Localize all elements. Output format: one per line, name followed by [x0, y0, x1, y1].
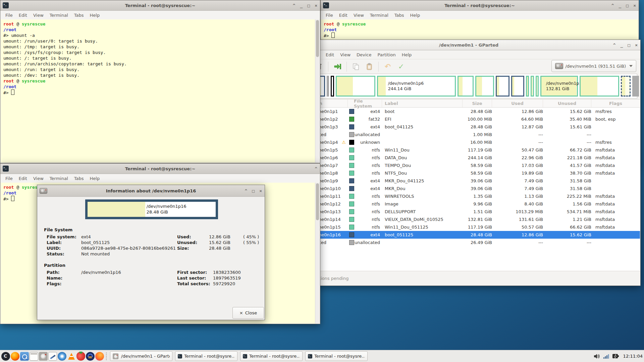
maximize-icon[interactable]: □: [628, 43, 630, 47]
partition-block-nvme0n1p8[interactable]: [475, 76, 494, 97]
menu-item-terminal[interactable]: Terminal: [47, 13, 71, 18]
taskbar-window-button[interactable]: /dev/nvme0n1 - GParted: [110, 351, 172, 361]
rollup-icon[interactable]: ^: [245, 189, 248, 193]
menu-item-view[interactable]: View: [351, 13, 367, 18]
column-header-used[interactable]: Used: [492, 100, 543, 107]
swirl-launcher-icon[interactable]: [58, 352, 66, 361]
table-row[interactable]: /dev/nvme0n1p3ext4boot_04112528.48 GiB12…: [298, 123, 640, 131]
network-signal-icon[interactable]: [603, 354, 609, 359]
menu-item-edit[interactable]: Edit: [323, 52, 337, 57]
minimize-icon[interactable]: _: [621, 43, 623, 47]
device-selector[interactable]: /dev/nvme0n1 (931.51 GiB): [551, 60, 636, 72]
menu-item-help[interactable]: Help: [87, 176, 103, 181]
menu-item-terminal[interactable]: Terminal: [367, 13, 391, 18]
audacity-launcher-icon[interactable]: [86, 352, 95, 361]
menu-item-view[interactable]: View: [337, 52, 354, 57]
titlebar[interactable]: Terminal - root@sysrescue:~ ^ _ □ ×: [321, 0, 639, 11]
maximize-icon[interactable]: □: [626, 3, 629, 8]
rollup-icon[interactable]: ^: [613, 43, 616, 47]
partition-block-nvme0n1p4[interactable]: [331, 76, 334, 97]
rollup-icon[interactable]: ^: [315, 167, 317, 171]
menu-item-edit[interactable]: Edit: [16, 176, 30, 181]
maximize-icon[interactable]: □: [252, 189, 255, 193]
apply-icon[interactable]: ✓: [397, 62, 406, 71]
menu-item-tabs[interactable]: Tabs: [71, 176, 87, 181]
scrollbar[interactable]: [315, 19, 320, 163]
copy-icon[interactable]: [352, 62, 360, 71]
table-row[interactable]: /dev/nvme0n1p14ntfsVIEUX_DATA_DoMi_01052…: [298, 216, 640, 223]
menu-launcher-icon[interactable]: [1, 352, 10, 361]
close-icon[interactable]: ×: [259, 189, 262, 193]
window-launcher-icon[interactable]: [30, 352, 38, 361]
scrollbar-thumb[interactable]: [316, 183, 319, 220]
partition-block-nvme0n1p13[interactable]: [536, 76, 539, 97]
menu-item-tabs[interactable]: Tabs: [391, 13, 407, 18]
table-row[interactable]: /dev/nvme0n1p2fat32EFI100.00 MiB64.60 Mi…: [298, 115, 640, 123]
minimize-icon[interactable]: _: [300, 3, 303, 8]
menu-item-file[interactable]: File: [2, 13, 16, 18]
partition-block-nvme0n1p16[interactable]: [621, 76, 631, 97]
vlc-launcher-icon[interactable]: [67, 352, 76, 361]
menu-item-help[interactable]: Help: [407, 13, 423, 18]
battery-charging-icon[interactable]: [612, 353, 620, 359]
minimize-icon[interactable]: _: [619, 3, 622, 8]
menu-item-edit[interactable]: Edit: [336, 13, 351, 18]
scrollbar[interactable]: [315, 183, 320, 323]
partition-block-nvme0n1p7[interactable]: [458, 76, 474, 97]
menu-item-view[interactable]: View: [30, 13, 47, 18]
partition-block-nvme0n1p10[interactable]: [511, 76, 524, 97]
volume-icon[interactable]: [593, 353, 600, 359]
taskbar-window-button[interactable]: Terminal - root@sysre...: [305, 351, 368, 361]
table-row[interactable]: /dev/nvme0n1p4⚠unknown16.00 MiB------msf…: [298, 138, 640, 146]
titlebar[interactable]: Terminal - root@sysrescue:~ ^ _ □ ×: [0, 0, 320, 11]
close-icon[interactable]: ×: [633, 3, 636, 8]
maximize-icon[interactable]: □: [307, 3, 310, 8]
table-row[interactable]: /dev/nvme0n1p5ntfsWin11_Dou117.19 GiB50.…: [298, 146, 640, 154]
partition-block-nvme0n1p11[interactable]: [526, 76, 529, 97]
menu-item-file[interactable]: File: [2, 176, 16, 181]
taskbar-window-button[interactable]: Terminal - root@sysre...: [175, 351, 237, 361]
filemanager-launcher-icon[interactable]: [20, 352, 29, 361]
table-row[interactable]: /dev/nvme0n1p7ntfsTEMPO_Dou58.59 GiB17.0…: [298, 162, 640, 169]
menu-item-file[interactable]: File: [323, 13, 336, 18]
table-row[interactable]: unallocatedunallocated26.49 GiB------: [298, 239, 640, 246]
menu-item-terminal[interactable]: Terminal: [47, 176, 71, 181]
table-row[interactable]: /dev/nvme0n1p12ntfsImage9.96 GiB8.40 GiB…: [298, 200, 640, 208]
resize-move-icon[interactable]: [333, 62, 342, 71]
table-row[interactable]: /dev/nvme0n1p6ntfsDATA_Dou244.14 GiB22.9…: [298, 154, 640, 162]
menu-item-device[interactable]: Device: [354, 52, 374, 57]
partition-block-nvme0n1p12[interactable]: [531, 76, 534, 97]
table-row[interactable]: /dev/nvme0n1p15ntfsWin11_Dou_051125117.1…: [298, 223, 640, 231]
table-row[interactable]: unallocatedunallocated1.00 MiB------: [298, 131, 640, 138]
close-icon[interactable]: ×: [315, 3, 317, 8]
gparted-launcher-icon[interactable]: [39, 352, 48, 361]
terminal-content[interactable]: root @ sysrescue/root#> umount -aumount:…: [1, 19, 315, 163]
menu-item-edit[interactable]: Edit: [16, 13, 30, 18]
menu-item-help[interactable]: Help: [87, 13, 103, 18]
menu-item-view[interactable]: View: [30, 176, 47, 181]
firefox2-launcher-icon[interactable]: [95, 352, 104, 361]
close-icon[interactable]: ×: [635, 43, 638, 47]
partition-block-nvme0n1p9[interactable]: [496, 76, 509, 97]
close-button[interactable]: × Close: [232, 307, 264, 319]
column-header-filesystem[interactable]: File System: [348, 100, 382, 107]
titlebar[interactable]: Terminal - root@sysrescue:~ ^: [0, 164, 320, 174]
editor-launcher-icon[interactable]: [48, 352, 57, 361]
column-header-flags[interactable]: Flags: [591, 100, 640, 107]
rollup-icon[interactable]: ^: [611, 3, 614, 8]
partition-block-nvme0n1p5[interactable]: [336, 76, 375, 97]
table-row[interactable]: /dev/nvme0n1p1ext4boot28.48 GiB12.86 GiB…: [298, 108, 640, 115]
table-row[interactable]: /dev/nvme0n1p8ntfsNTFS_Dou58.59 GiB19.89…: [298, 169, 640, 177]
column-header-label[interactable]: Label: [382, 100, 463, 107]
partition-block-unallocated-2[interactable]: [632, 76, 639, 97]
rollup-icon[interactable]: ^: [293, 3, 296, 8]
titlebar[interactable]: Information about /dev/nvme0n1p16 ^ □ ×: [37, 185, 265, 197]
partition-block-unallocated-1[interactable]: [327, 76, 329, 97]
menu-item-help[interactable]: Help: [399, 52, 415, 57]
table-row[interactable]: /dev/nvme0n1p10ext4MKR_Dou39.06 GiB7.49 …: [298, 185, 640, 192]
strawberry-launcher-icon[interactable]: [76, 352, 85, 361]
table-row[interactable]: /dev/nvme0n1p11ntfsWINRETOOLS1.35 GiB1.1…: [298, 192, 640, 200]
menu-item-tabs[interactable]: Tabs: [71, 13, 87, 18]
table-row[interactable]: /dev/nvme0n1p16ext4boot_05112528.48 GiB1…: [298, 231, 640, 239]
partition-block-nvme0n1p6[interactable]: /dev/nvme0n1p6244.14 GiB: [377, 76, 456, 97]
